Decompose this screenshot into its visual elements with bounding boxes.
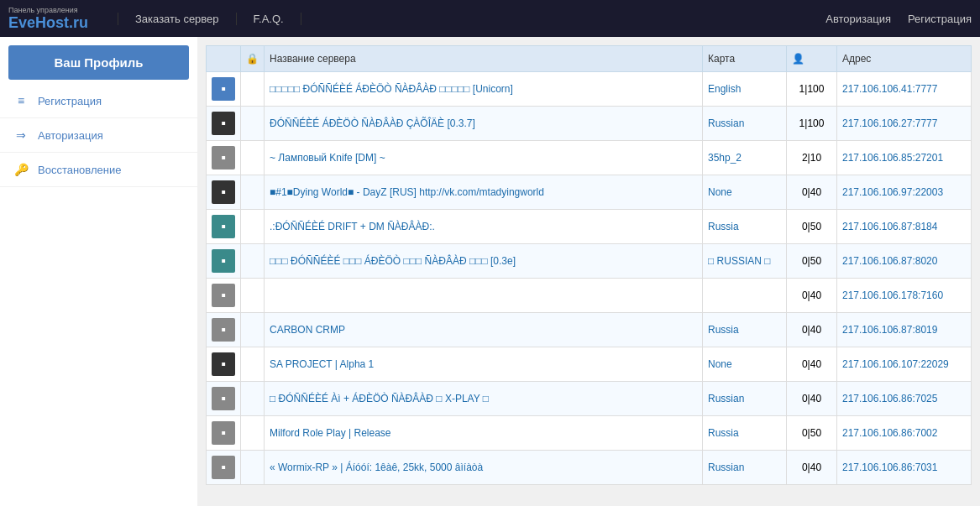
server-name-cell: Milford Role Play | Release — [265, 416, 703, 451]
server-icon: ▪ — [212, 421, 235, 445]
brand-tld: .ru — [69, 14, 88, 31]
server-name-link[interactable]: □ ÐÓÑÑÉÈÉ Àì + ÁÐÈÖÒ ÑÀÐÂÀÐ □ X-PLAY □ — [270, 393, 489, 404]
server-icon-cell: ▪ — [207, 210, 241, 244]
server-lock-cell — [241, 244, 265, 279]
server-map-link[interactable]: Russian — [708, 393, 744, 404]
server-players-cell: 0|40 — [787, 451, 837, 485]
server-name-link[interactable]: □□□□□ ÐÓÑÑÉÈÉ ÁÐÈÖÒ ÑÀÐÂÀÐ □□□□□ [Unicor… — [270, 83, 513, 95]
server-name-link[interactable]: ■#1■Dying World■ - DayZ [RUS] http://vk.… — [270, 186, 544, 198]
server-map-link[interactable]: □ RUSSIAN □ — [708, 255, 771, 267]
server-addr-link[interactable]: 217.106.106.86:7031 — [842, 462, 937, 473]
server-map-cell: □ RUSSIAN □ — [703, 244, 787, 279]
server-lock-cell — [241, 313, 265, 347]
server-lock-cell — [241, 72, 265, 107]
server-map-link[interactable]: Russia — [708, 221, 739, 232]
server-name-cell: « Wormix-RP » | Áíóóí: 1êàê, 25kk, 5000 … — [265, 451, 703, 485]
server-map-link[interactable]: Russia — [708, 427, 739, 439]
header-register[interactable]: Регистрация — [908, 13, 972, 25]
lock-header-icon: 🔒 — [246, 53, 259, 65]
server-addr-link[interactable]: 217.106.106.87:8019 — [842, 324, 937, 336]
server-addr-cell: 217.106.106.86:7031 — [837, 451, 972, 485]
th-icon — [207, 46, 241, 72]
server-icon-cell: ▪ — [207, 244, 241, 279]
restore-icon: 🔑 — [13, 161, 29, 178]
th-lock: 🔒 — [241, 46, 265, 72]
table-row: ▪Milford Role Play | ReleaseRussia0|5021… — [207, 416, 972, 451]
sidebar-item-auth[interactable]: ⇒ Авторизация — [0, 118, 197, 153]
server-players-cell: 1|100 — [787, 107, 837, 141]
server-addr-link[interactable]: 217.106.106.107:22029 — [842, 358, 949, 370]
server-icon-cell: ▪ — [207, 175, 241, 210]
th-name: Название сервера — [265, 46, 703, 72]
server-map-cell: Russian — [703, 451, 787, 485]
sidebar-auth-label: Авторизация — [38, 129, 103, 142]
server-name-link[interactable]: ÐÓÑÑÉÈÉ ÁÐÈÖÒ ÑÀÐÂÀÐ ÇÀÕÎÄÈ [0.3.7] — [270, 117, 475, 129]
table-row: ▪CARBON CRMPRussia0|40217.106.106.87:801… — [207, 313, 972, 347]
server-map-link[interactable]: Russian — [708, 117, 744, 129]
server-players-cell: 0|40 — [787, 347, 837, 382]
server-name-link[interactable]: CARBON CRMP — [270, 324, 345, 336]
brand-logo: EveHost.ru — [8, 14, 92, 32]
server-addr-link[interactable]: 217.106.106.41:7777 — [842, 83, 937, 95]
sidebar-item-register[interactable]: ≡ Регистрация — [0, 84, 197, 118]
server-map-link[interactable]: 35hp_2 — [708, 152, 742, 164]
server-lock-cell — [241, 107, 265, 141]
server-addr-link[interactable]: 217.106.106.86:7025 — [842, 393, 937, 404]
server-name-link[interactable]: SA PROJECT | Alpha 1 — [270, 358, 374, 370]
nav-order-server[interactable]: Заказать сервер — [118, 13, 237, 25]
server-lock-cell — [241, 175, 265, 210]
server-lock-cell — [241, 210, 265, 244]
th-map: Карта — [703, 46, 787, 72]
server-icon-cell: ▪ — [207, 313, 241, 347]
server-map-cell: 35hp_2 — [703, 141, 787, 175]
server-addr-cell: 217.106.106.97:22003 — [837, 175, 972, 210]
sidebar-restore-label: Восстановление — [38, 164, 121, 176]
server-map-link[interactable]: Russia — [708, 324, 739, 336]
server-name-link[interactable]: .:ÐÓÑÑÉÈÉ DRIFT + DM ÑÀÐÂÀÐ:. — [270, 221, 435, 232]
server-name-link[interactable]: ~ Ламповый Knife [DM] ~ — [270, 152, 385, 164]
server-players-cell: 0|40 — [787, 175, 837, 210]
table-row: ▪0|40217.106.106.178:7160 — [207, 279, 972, 313]
table-row: ▪~ Ламповый Knife [DM] ~35hp_22|10217.10… — [207, 141, 972, 175]
server-addr-link[interactable]: 217.106.106.87:8020 — [842, 255, 937, 267]
server-addr-link[interactable]: 217.106.106.85:27201 — [842, 152, 943, 164]
server-icon: ▪ — [212, 249, 235, 273]
table-row: ▪« Wormix-RP » | Áíóóí: 1êàê, 25kk, 5000… — [207, 451, 972, 485]
server-addr-link[interactable]: 217.106.106.86:7002 — [842, 427, 937, 439]
server-players-cell: 0|40 — [787, 313, 837, 347]
server-icon: ▪ — [212, 215, 235, 238]
server-players-cell: 0|50 — [787, 416, 837, 451]
server-name-cell: .:ÐÓÑÑÉÈÉ DRIFT + DM ÑÀÐÂÀÐ:. — [265, 210, 703, 244]
server-map-link[interactable]: None — [708, 186, 732, 198]
header-right: Авторизация Регистрация — [825, 13, 972, 25]
nav-faq[interactable]: F.A.Q. — [237, 13, 301, 25]
auth-icon: ⇒ — [13, 127, 29, 143]
server-icon: ▪ — [212, 146, 235, 170]
server-icon: ▪ — [212, 180, 235, 204]
server-players-cell: 1|100 — [787, 72, 837, 107]
server-addr-link[interactable]: 217.106.106.97:22003 — [842, 186, 943, 198]
server-addr-cell: 217.106.106.87:8019 — [837, 313, 972, 347]
server-addr-link[interactable]: 217.106.106.27:7777 — [842, 117, 937, 129]
server-name-link[interactable]: □□□ ÐÓÑÑÉÈÉ □□□ ÁÐÈÖÒ □□□ ÑÀÐÂÀÐ □□□ [0.… — [270, 255, 516, 267]
server-map-link[interactable]: None — [708, 358, 732, 370]
server-map-cell: None — [703, 175, 787, 210]
server-name-link[interactable]: « Wormix-RP » | Áíóóí: 1êàê, 25kk, 5000 … — [270, 462, 483, 473]
server-map-link[interactable]: English — [708, 83, 741, 95]
server-addr-cell: 217.106.106.87:8184 — [837, 210, 972, 244]
server-name-cell — [265, 279, 703, 313]
sidebar: Ваш Профиль ≡ Регистрация ⇒ Авторизация … — [0, 37, 197, 506]
header-auth[interactable]: Авторизация — [825, 13, 891, 25]
server-name-link[interactable]: Milford Role Play | Release — [270, 427, 391, 439]
server-map-link[interactable]: Russian — [708, 462, 744, 473]
server-addr-link[interactable]: 217.106.106.178:7160 — [842, 290, 943, 301]
layout: Ваш Профиль ≡ Регистрация ⇒ Авторизация … — [0, 37, 980, 506]
sidebar-register-label: Регистрация — [38, 95, 102, 107]
server-players-cell: 0|40 — [787, 382, 837, 416]
server-addr-link[interactable]: 217.106.106.87:8184 — [842, 221, 937, 232]
server-lock-cell — [241, 382, 265, 416]
sidebar-item-restore[interactable]: 🔑 Восстановление — [0, 153, 197, 187]
sidebar-profile[interactable]: Ваш Профиль — [8, 45, 189, 80]
server-icon: ▪ — [212, 77, 235, 101]
server-addr-cell: 217.106.106.178:7160 — [837, 279, 972, 313]
